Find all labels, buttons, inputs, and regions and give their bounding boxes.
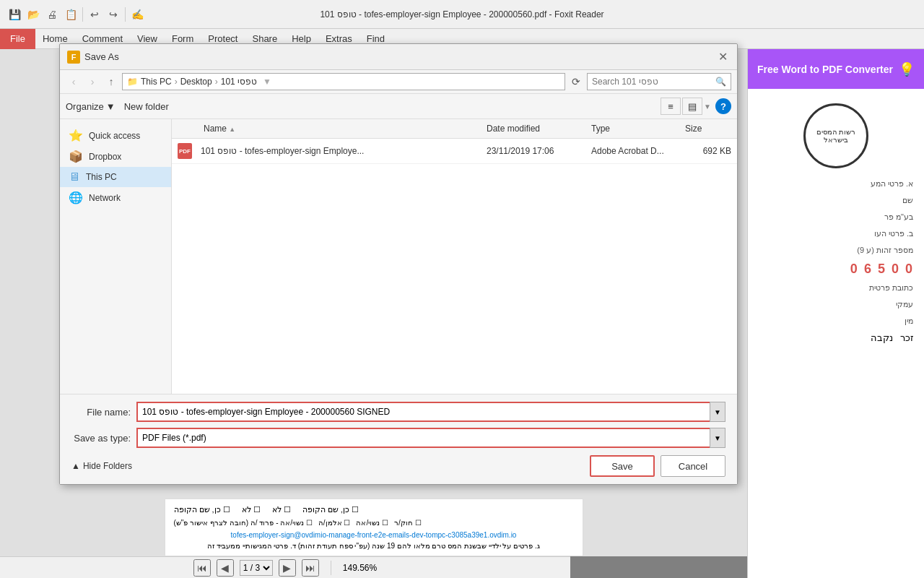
dialog-title: Save As	[84, 51, 715, 62]
pdf-file-icon: PDF	[178, 143, 192, 159]
this-pc-icon: 🖥	[69, 171, 80, 184]
col-name-header[interactable]: Name ▲	[198, 122, 481, 135]
page-last-btn[interactable]: ⏭	[302, 559, 319, 577]
undo-icon[interactable]: ↩	[86, 6, 103, 23]
separator2	[125, 7, 126, 22]
breadcrumb-sep2: ›	[215, 77, 218, 87]
breadcrumb-folder: טפסי 101	[221, 77, 257, 87]
help-btn[interactable]: ?	[715, 98, 731, 114]
nav-this-pc-label: This PC	[86, 172, 117, 182]
dialog-buttons: Save Cancel	[590, 455, 725, 477]
file-list: Name ▲ Date modified Type Size PDF טופס …	[172, 119, 737, 394]
breadcrumb-sep1: ›	[175, 77, 178, 87]
dropbox-icon: 📦	[69, 150, 83, 163]
page-first-btn[interactable]: ⏮	[193, 559, 211, 577]
file-date-cell: 23/11/2019 17:06	[481, 144, 585, 158]
sidebar-banner[interactable]: Free Word to PDF Converter 💡	[748, 49, 924, 89]
redo-icon[interactable]: ↪	[105, 6, 122, 23]
org-circle-text: רשות המסים בישראל	[806, 128, 866, 144]
refresh-btn[interactable]: ⟳	[568, 74, 584, 90]
nav-dropbox-label: Dropbox	[89, 152, 121, 162]
app-title: טופס 101 - tofes-employer-sign Employee …	[320, 9, 603, 20]
breadcrumb-bar[interactable]: 📁 This PC › Desktop › טפסי 101 ▼	[122, 73, 565, 90]
savetype-label: Save as type:	[71, 433, 136, 444]
view-arrow[interactable]: ▼	[704, 103, 711, 111]
breadcrumb-desktop: Desktop	[180, 77, 212, 87]
dialog-body: ⭐ Quick access 📦 Dropbox 🖥 This PC 🌐 Net…	[60, 119, 737, 394]
dialog-titlebar: F Save As ✕	[60, 44, 737, 70]
dialog-app-icon: F	[67, 51, 80, 64]
cancel-button[interactable]: Cancel	[661, 455, 725, 477]
id-number: 0 0 5 6 0	[755, 259, 917, 280]
gender-male: זכר	[900, 332, 914, 343]
dialog-close-btn[interactable]: ✕	[715, 50, 730, 64]
bottom-toolbar: ⏮ ◀ 1 / 3 ▶ ⏭ 149.56%	[0, 556, 570, 578]
nav-quick-access-label: Quick access	[89, 131, 140, 141]
page-next-btn[interactable]: ▶	[279, 559, 296, 577]
banner-text: Free Word to PDF Converter	[757, 64, 893, 75]
file-icon-cell: PDF	[172, 142, 198, 160]
page-select[interactable]: 1 / 3	[240, 560, 273, 576]
filename-label: File name:	[71, 407, 136, 418]
sign-icon[interactable]: ✍	[128, 6, 146, 23]
search-icon: 🔍	[715, 77, 726, 87]
filename-dropdown-arrow[interactable]: ▼	[710, 402, 725, 422]
col-date-header[interactable]: Date modified	[481, 122, 585, 135]
file-type-cell: Adobe Acrobat D...	[585, 144, 679, 158]
hide-folders-icon: ▲	[71, 461, 80, 471]
pdf-footer: ג. פרטים על ילדיי שבשנת המס טרם מלאו להם…	[174, 542, 574, 550]
zoom-level: 149.56%	[343, 563, 377, 573]
col-size-header[interactable]: Size	[679, 122, 737, 135]
file-list-header: Name ▲ Date modified Type Size	[172, 119, 737, 139]
organize-btn[interactable]: Organize ▼	[66, 101, 116, 112]
dialog-toolbar-row: Organize ▼ New folder ≡ ▤ ▼ ?	[60, 94, 737, 119]
pdf-email: tofes-employer-sign@ovdimio-manage-front…	[174, 531, 574, 539]
section-a: א. פרטי המע	[755, 176, 917, 192]
pdf-row2: נשוי/אה - פרוד /ה (חובה לצרף אישור פ"ש)	[174, 519, 305, 527]
hide-folders-btn[interactable]: ▲ Hide Folders	[71, 461, 132, 471]
filename-input-wrap: ▼	[136, 402, 725, 422]
new-folder-btn[interactable]: New folder	[124, 101, 169, 112]
gender-female: נקבה	[871, 332, 893, 343]
filename-row: File name: ▼	[71, 402, 725, 422]
filename-input[interactable]	[136, 402, 725, 422]
nav-this-pc[interactable]: 🖥 This PC	[60, 167, 171, 187]
nav-dropbox[interactable]: 📦 Dropbox	[60, 146, 171, 167]
right-sidebar: Free Word to PDF Converter 💡 רשות המסים …	[747, 49, 924, 578]
breadcrumb-this-pc: This PC	[141, 77, 172, 87]
breadcrumb-dropdown[interactable]: ▼	[263, 77, 271, 87]
page-prev-btn[interactable]: ◀	[217, 559, 234, 577]
section-b: ב. פרטי העו	[755, 225, 917, 242]
col-type-header[interactable]: Type	[585, 122, 679, 135]
actions-row: ▲ Hide Folders Save Cancel	[71, 455, 725, 477]
view-details-btn[interactable]: ▤	[682, 98, 702, 115]
print-icon[interactable]: 🖨	[43, 6, 61, 23]
nav-forward-btn[interactable]: ›	[84, 74, 100, 90]
savetype-select[interactable]: PDF Files (*.pdf)	[136, 428, 725, 448]
clipboard-icon[interactable]: 📋	[62, 6, 79, 23]
save-icon[interactable]: 💾	[6, 6, 23, 23]
nav-up-btn[interactable]: ↑	[103, 74, 119, 90]
save-dialog: F Save As ✕ ‹ › ↑ 📁 This PC › Desktop › …	[59, 43, 738, 485]
open-icon[interactable]: 📂	[25, 6, 42, 23]
nav-back-btn[interactable]: ‹	[66, 74, 82, 90]
sidebar-content: רשות המסים בישראל א. פרטי המע שם בע"מ פר…	[748, 89, 924, 353]
breadcrumb-pc: 📁	[127, 77, 138, 87]
address-value: עמקי	[755, 296, 917, 313]
address-label: כתובת פרטית	[755, 280, 917, 296]
nav-panel: ⭐ Quick access 📦 Dropbox 🖥 This PC 🌐 Net…	[60, 119, 172, 394]
nav-network[interactable]: 🌐 Network	[60, 187, 171, 208]
menu-file[interactable]: File	[0, 29, 35, 49]
file-row[interactable]: PDF טופס 101 - tofes-employer-sign Emplo…	[172, 139, 737, 164]
search-input[interactable]	[592, 77, 715, 87]
nav-quick-access[interactable]: ⭐ Quick access	[60, 125, 171, 146]
save-button[interactable]: Save	[590, 455, 655, 477]
file-name-cell: טופס 101 - tofes-employer-sign Employe..…	[198, 144, 481, 158]
search-box[interactable]: 🔍	[587, 73, 731, 90]
savetype-input-wrap: PDF Files (*.pdf) ▼	[136, 428, 725, 448]
savetype-row: Save as type: PDF Files (*.pdf) ▼	[71, 428, 725, 448]
view-list-btn[interactable]: ≡	[661, 98, 681, 115]
network-icon: 🌐	[69, 191, 83, 204]
nav-network-label: Network	[89, 193, 121, 203]
pdf-row1-label: כן, שם הקופה	[174, 505, 221, 514]
